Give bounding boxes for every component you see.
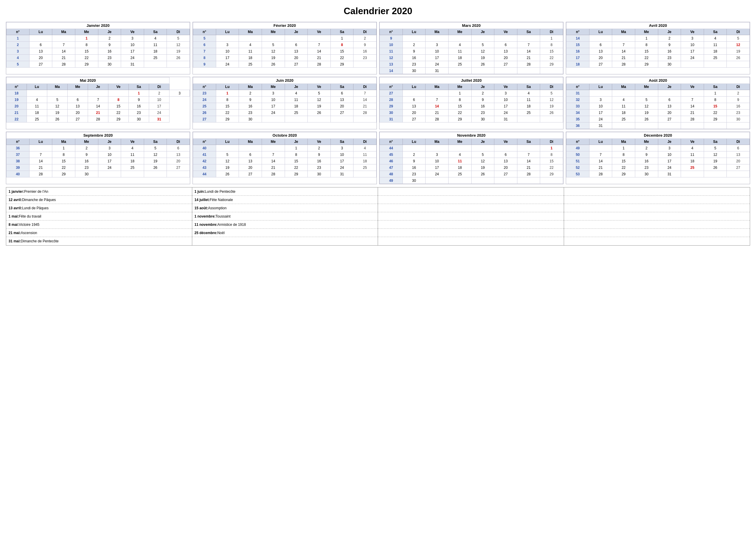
day-cell: 30 [129, 116, 149, 122]
day-cell: 28 [262, 171, 285, 177]
day-cell: 30 [75, 171, 98, 177]
day-cell: 18 [27, 110, 47, 116]
holiday-date: 1 janvier: [9, 190, 24, 194]
col-header: Ma [239, 84, 262, 90]
day-cell: 8 [108, 96, 129, 103]
day-cell [144, 61, 167, 67]
holiday-row: 1 mai: Fête du travail [6, 212, 192, 221]
day-cell: 5 [635, 96, 658, 103]
col-header: Sa [517, 84, 540, 90]
day-cell: 5 [47, 96, 68, 103]
col-header: Ve [308, 29, 331, 35]
day-cell: 20 [402, 110, 425, 116]
day-cell [425, 145, 448, 151]
day-cell: 3 [425, 151, 448, 158]
day-cell [47, 90, 68, 96]
week-number: 14 [380, 67, 403, 74]
week-number: 45 [380, 151, 403, 158]
day-cell: 8 [52, 151, 75, 158]
day-cell [285, 35, 308, 41]
day-cell: 4 [27, 96, 47, 103]
day-cell: 14 [425, 103, 448, 110]
week-number: 27 [193, 116, 216, 122]
holiday-row-empty [564, 229, 750, 237]
week-number: 37 [7, 151, 30, 158]
day-cell [612, 90, 635, 96]
day-cell [402, 35, 425, 41]
col-header: Di [354, 84, 377, 90]
day-cell [540, 67, 563, 74]
day-cell: 26 [704, 164, 727, 171]
day-cell: 8 [704, 96, 727, 103]
month-title: Juillet 2020 [380, 77, 563, 84]
day-cell: 27 [589, 61, 612, 67]
holiday-date: 15 août: [195, 206, 208, 210]
day-cell: 5 [540, 90, 563, 96]
day-cell [262, 145, 285, 151]
day-cell: 22 [75, 55, 98, 61]
day-cell [285, 116, 308, 122]
day-cell: 26 [262, 61, 285, 67]
col-header: Ma [239, 139, 262, 145]
week-number: 24 [193, 96, 216, 103]
day-cell: 25 [612, 116, 635, 122]
day-cell: 1 [612, 145, 635, 151]
holiday-date: 1 mai: [9, 214, 19, 219]
day-cell: 12 [144, 151, 167, 158]
col-header: Ma [425, 139, 448, 145]
day-cell: 4 [239, 41, 262, 48]
week-number: 5 [193, 35, 216, 41]
col-header: Lu [29, 29, 52, 35]
day-cell: 9 [471, 96, 494, 103]
day-cell: 15 [285, 158, 308, 164]
week-number: 25 [193, 103, 216, 110]
holiday-row-empty [564, 237, 750, 245]
holidays-col-4 [564, 187, 750, 245]
day-cell: 27 [285, 61, 308, 67]
col-header: Me [262, 139, 285, 145]
day-cell: 18 [704, 48, 727, 55]
day-cell: 23 [635, 164, 658, 171]
week-number: 30 [380, 110, 403, 116]
day-cell: 29 [285, 171, 308, 177]
day-cell: 27 [494, 61, 517, 67]
day-cell: 7 [354, 90, 377, 96]
week-number: 44 [380, 145, 403, 151]
day-cell: 6 [494, 41, 517, 48]
day-cell: 2 [402, 151, 425, 158]
day-cell [98, 171, 121, 177]
day-cell [121, 171, 144, 177]
week-number: 46 [380, 158, 403, 164]
day-cell: 1 [448, 90, 471, 96]
day-cell: 26 [144, 164, 167, 171]
holiday-date: 31 mai: [9, 239, 21, 243]
day-cell: 26 [635, 116, 658, 122]
col-header: Sa [331, 84, 354, 90]
day-cell: 27 [29, 61, 52, 67]
holiday-row-empty [378, 212, 564, 221]
day-cell: 12 [635, 103, 658, 110]
week-number: 15 [566, 41, 589, 48]
day-cell: 14 [517, 48, 540, 55]
day-cell: 21 [262, 164, 285, 171]
col-header: Ma [239, 29, 262, 35]
day-cell: 26 [471, 61, 494, 67]
day-cell: 6 [658, 96, 681, 103]
day-cell: 1 [704, 90, 727, 96]
day-cell: 24 [216, 61, 239, 67]
day-cell: 2 [149, 90, 170, 96]
day-cell: 21 [88, 110, 108, 116]
day-cell: 2 [239, 90, 262, 96]
week-number: 38 [7, 158, 30, 164]
day-cell [354, 171, 377, 177]
day-cell: 27 [167, 164, 190, 171]
month-title: Octobre 2020 [193, 132, 377, 139]
day-cell [635, 90, 658, 96]
month-title: Février 2020 [193, 22, 377, 29]
holiday-row: 21 mai: Ascension [6, 229, 192, 237]
day-cell: 9 [75, 151, 98, 158]
col-header: Me [635, 29, 658, 35]
holiday-row: 14 juillet: Fête Nationale [192, 196, 378, 204]
col-header: Di [727, 139, 750, 145]
day-cell: 21 [517, 55, 540, 61]
